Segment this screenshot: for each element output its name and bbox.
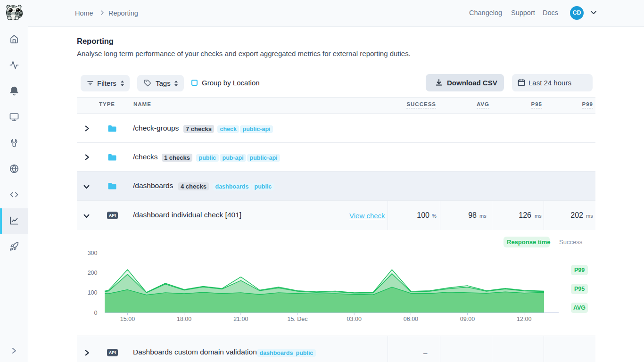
svg-text:200: 200 xyxy=(88,270,98,276)
svg-text:18:00: 18:00 xyxy=(177,316,191,322)
svg-text:21:00: 21:00 xyxy=(233,316,248,322)
svg-text:0: 0 xyxy=(94,310,98,316)
svg-text:03:00: 03:00 xyxy=(347,316,362,322)
svg-text:15. Dec: 15. Dec xyxy=(287,316,307,322)
svg-text:09:00: 09:00 xyxy=(460,316,475,322)
svg-text:15:00: 15:00 xyxy=(120,316,135,322)
svg-text:100: 100 xyxy=(88,289,98,296)
svg-text:300: 300 xyxy=(88,250,98,256)
svg-text:06:00: 06:00 xyxy=(404,316,418,322)
svg-text:12:00: 12:00 xyxy=(517,316,531,322)
